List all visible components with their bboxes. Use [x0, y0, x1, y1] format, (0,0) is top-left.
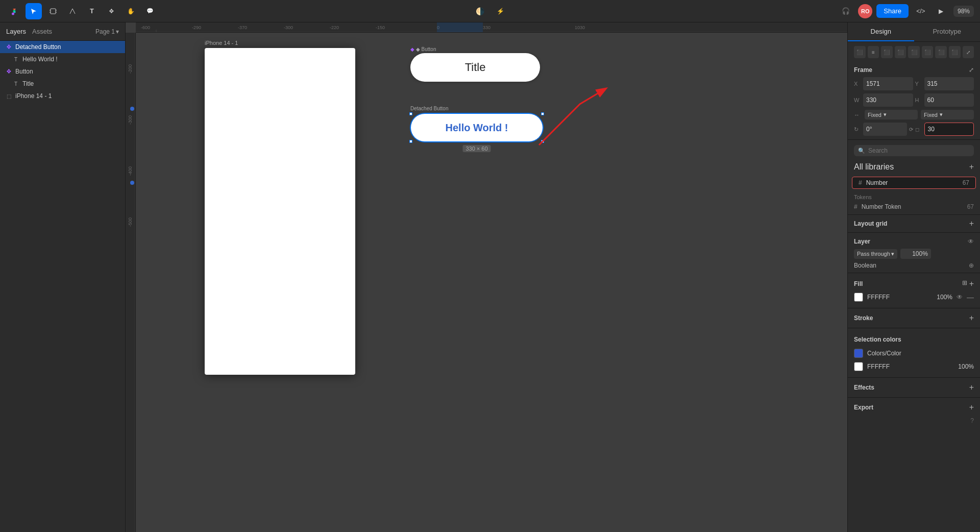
- iphone-frame[interactable]: [205, 48, 355, 375]
- multiplayer-btn[interactable]: ⚡: [492, 3, 508, 19]
- hello-world-text: Hello World !: [446, 122, 508, 134]
- constraint-h-input[interactable]: Fixed ▾: [865, 110, 918, 119]
- layer-section: Layer 👁: [848, 235, 980, 247]
- move-tool[interactable]: [26, 3, 42, 19]
- rotate-input[interactable]: [863, 123, 907, 136]
- hello-world-button[interactable]: Hello World !: [410, 113, 543, 142]
- prototype-tab[interactable]: Prototype: [914, 22, 981, 41]
- sel-color-swatch-2[interactable]: [854, 362, 863, 371]
- add-grid-btn[interactable]: +: [969, 219, 974, 228]
- resize-handle-br[interactable]: [541, 140, 544, 143]
- frame-expand-icon[interactable]: ⤢: [969, 66, 974, 74]
- h-input[interactable]: [924, 93, 974, 107]
- layer-visibility-btn[interactable]: 👁: [968, 238, 974, 245]
- w-input[interactable]: [863, 93, 913, 107]
- divider-1: [848, 139, 980, 140]
- search-icon: 🔍: [858, 148, 865, 154]
- distribute-v-btn[interactable]: ⬛: [949, 46, 961, 58]
- zoom-level[interactable]: 98%: [953, 6, 974, 17]
- add-library-btn[interactable]: +: [969, 162, 974, 172]
- canvas-area: -600 -290 -370 -300 -220 -150 0 330 1030: [126, 22, 847, 532]
- layers-tab[interactable]: Layers: [6, 27, 26, 36]
- layer-mode-dropdown[interactable]: Pass through ▾: [854, 249, 897, 259]
- add-effects-btn[interactable]: +: [969, 383, 974, 392]
- text-tool[interactable]: T: [84, 3, 100, 19]
- code-view-btn[interactable]: </>: [913, 3, 929, 19]
- rotate-corner-row: ↻ ⟳ ◻: [848, 121, 980, 137]
- fill-arrange-btn[interactable]: ⊞: [962, 279, 967, 288]
- corner-input[interactable]: [924, 123, 974, 136]
- number-row-highlighted[interactable]: # Number 67: [852, 177, 976, 189]
- tokens-header: Tokens: [848, 191, 980, 201]
- svg-text:-220: -220: [330, 25, 339, 30]
- align-left-btn[interactable]: ⬛: [854, 46, 866, 58]
- svg-text:330: 330: [483, 25, 491, 30]
- left-panel: Layers Assets Page 1 ▾ ❖ Detached Button…: [0, 22, 126, 532]
- boolean-icon[interactable]: ⊕: [969, 262, 974, 269]
- search-input[interactable]: [868, 147, 970, 154]
- align-center-h-btn[interactable]: ≡: [868, 46, 879, 58]
- svg-text:-370: -370: [238, 25, 247, 30]
- layer-opacity-input[interactable]: [900, 249, 931, 259]
- rotate-handle[interactable]: ⟳: [909, 127, 913, 132]
- sel-color-label-2: FFFFFF: [867, 363, 954, 370]
- svg-text:1030: 1030: [575, 25, 585, 30]
- frame-tool[interactable]: [45, 3, 61, 19]
- canvas-body: -200 -300 -400 -500 iPhone 14 - 1: [126, 33, 847, 532]
- align-right-btn[interactable]: ⬛: [881, 46, 893, 58]
- title-button[interactable]: Title: [410, 53, 540, 82]
- constraint-icon: ↔: [854, 112, 860, 118]
- layer-item-iphone[interactable]: ⬚ iPhone 14 - 1: [0, 90, 125, 102]
- layer-item-button[interactable]: ❖ Button: [0, 65, 125, 78]
- svg-text:-200: -200: [128, 64, 133, 74]
- comment-tool[interactable]: 💬: [142, 3, 158, 19]
- page-indicator[interactable]: Page 1 ▾: [95, 28, 119, 35]
- export-section: Export +: [848, 400, 980, 415]
- fill-remove-btn[interactable]: —: [967, 293, 974, 301]
- layer-section-title: Layer: [854, 238, 870, 245]
- resize-handle-tr[interactable]: [541, 112, 544, 115]
- fill-eye-icon[interactable]: 👁: [957, 294, 963, 301]
- assets-tab[interactable]: Assets: [32, 27, 52, 36]
- x-input[interactable]: [863, 77, 913, 90]
- resize-handle-bl[interactable]: [409, 140, 412, 143]
- help-icon[interactable]: ?: [970, 417, 974, 424]
- resize-handle-tl[interactable]: [409, 112, 412, 115]
- token-row-1[interactable]: # Number Token 67: [848, 201, 980, 212]
- distribute-h-btn[interactable]: ⬛: [935, 46, 947, 58]
- align-center-v-btn[interactable]: ⬛: [908, 46, 920, 58]
- toolbar-left: T ❖ ✋ 💬: [6, 3, 158, 19]
- add-stroke-btn[interactable]: +: [969, 313, 974, 323]
- constraint-v-input[interactable]: Fixed ▾: [921, 110, 974, 119]
- y-input[interactable]: [924, 77, 974, 90]
- effects-title: Effects: [854, 384, 874, 391]
- headphone-icon[interactable]: 🎧: [838, 3, 854, 19]
- align-top-btn[interactable]: ⬛: [895, 46, 906, 58]
- export-title: Export: [854, 404, 873, 411]
- divider-8: [848, 397, 980, 398]
- h-label: H: [915, 97, 922, 103]
- layer-item-detached-button[interactable]: ❖ Detached Button: [0, 41, 125, 53]
- theme-toggle[interactable]: 🌗: [472, 3, 488, 19]
- vector-tool[interactable]: [64, 3, 81, 19]
- user-avatar[interactable]: RO: [858, 4, 872, 18]
- component-icon: ❖: [5, 43, 12, 51]
- expand-btn[interactable]: ⤢: [963, 46, 974, 58]
- share-button[interactable]: Share: [876, 4, 909, 18]
- selection-colors-title: Selection colors: [854, 336, 901, 343]
- hello-world-container[interactable]: Hello World ! 330 × 60: [410, 113, 543, 142]
- canvas-viewport[interactable]: iPhone 14 - 1 ◆ ◆ Button Title Detached …: [136, 33, 847, 532]
- hand-tool[interactable]: ✋: [122, 3, 139, 19]
- component-tool[interactable]: ❖: [103, 3, 119, 19]
- toolbar: T ❖ ✋ 💬 🌗 ⚡ 🎧 RO Share </> ▶ 98%: [0, 0, 980, 22]
- sel-color-swatch-1[interactable]: [854, 349, 863, 358]
- design-tab[interactable]: Design: [848, 22, 914, 41]
- figma-logo[interactable]: [6, 3, 22, 19]
- add-fill-btn[interactable]: +: [969, 279, 974, 288]
- fill-color-swatch[interactable]: [854, 293, 863, 302]
- align-bottom-btn[interactable]: ⬛: [922, 46, 934, 58]
- layer-item-hello-world[interactable]: T Hello World !: [0, 53, 125, 65]
- add-export-btn[interactable]: +: [969, 403, 974, 412]
- layer-item-title[interactable]: T Title: [0, 78, 125, 90]
- present-btn[interactable]: ▶: [933, 3, 949, 19]
